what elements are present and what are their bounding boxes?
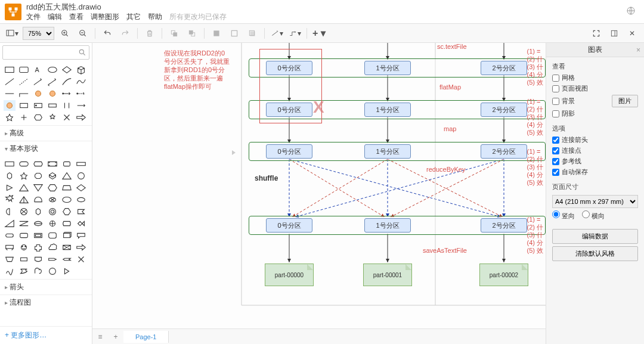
pageview-checkbox[interactable]: 页面视图 [552,84,638,93]
shape-diamond[interactable] [61,64,73,75]
to-front-button[interactable] [167,26,181,41]
bshape-26[interactable] [18,206,30,217]
shape-hex[interactable] [32,112,44,123]
bshape-21[interactable] [32,194,44,205]
bshape-10[interactable] [47,171,58,181]
connect-arrows-checkbox[interactable]: 连接箭头 [552,135,638,144]
add-page-button[interactable]: + [108,333,123,341]
connection-button[interactable]: ▾ [270,26,284,41]
view-mode-button[interactable]: ▾ [5,26,19,41]
menu-help[interactable]: 帮助 [148,12,162,21]
bshape-53[interactable] [61,254,73,265]
bshape-22[interactable] [47,194,58,205]
output-file[interactable]: part-00001 [363,264,412,286]
shape-elbow[interactable] [18,88,30,99]
clear-style-button[interactable]: 清除默认风格 [552,246,638,261]
shape-arrow2[interactable] [47,76,58,87]
partition[interactable]: 1号分区 [364,61,411,75]
bshape-52[interactable] [47,254,58,265]
bshape-19[interactable] [4,194,16,205]
bshape-58[interactable] [47,266,58,277]
image-button[interactable]: 图片 [612,95,638,107]
connect-points-checkbox[interactable]: 连接点 [552,146,638,155]
shape-hline[interactable] [4,88,16,99]
partition[interactable]: 1号分区 [364,144,411,159]
bshape-4[interactable] [47,159,58,169]
bshape-41[interactable] [61,230,73,241]
bshape-12[interactable] [75,171,87,181]
fill-color-button[interactable] [209,26,224,41]
bshape-8[interactable] [18,171,30,181]
menu-extras[interactable]: 其它 [126,12,141,21]
to-back-button[interactable] [185,26,199,41]
autosave-checkbox[interactable]: 自动保存 [552,168,638,176]
shadow-checkbox[interactable]: 阴影 [552,109,638,118]
bshape-47[interactable] [61,242,73,253]
sidebar-section-flowchart[interactable]: 流程图 [0,295,92,310]
bshape-33[interactable] [32,218,44,229]
undo-button[interactable] [100,26,114,41]
globe-icon[interactable] [626,6,636,17]
partition[interactable]: 0号分区 [266,218,312,233]
shape-bracket2[interactable] [75,100,87,111]
shape-rect3[interactable] [47,100,58,111]
shape-search-input[interactable] [2,45,89,60]
shape-line[interactable] [4,76,16,87]
shape-plus[interactable] [18,112,30,123]
bshape-18[interactable] [75,182,87,193]
file-title[interactable]: rdd的五大属性.drawio [26,2,626,12]
bshape-27[interactable] [32,206,44,217]
bshape-11[interactable] [61,171,73,181]
waypoint-button[interactable]: ▾ [287,26,302,41]
bshape-3[interactable] [32,159,44,169]
bshape-45[interactable] [32,242,44,253]
canvas[interactable]: 假设现在我RDD2的0号分区丢失了，我就重新拿到RDD1的0号分区，然后重新来一… [92,43,546,344]
bshape-2[interactable] [18,159,30,169]
bshape-40[interactable] [47,230,58,241]
background-checkbox[interactable]: 背景 [552,97,575,106]
shape-bracket[interactable] [61,100,73,111]
partition[interactable]: 1号分区 [364,103,411,117]
panel-close-icon[interactable]: × [636,46,640,54]
bshape-56[interactable] [18,266,30,277]
shape-card2[interactable] [32,100,44,111]
shape-dotarrow2[interactable] [75,88,87,99]
shape-gear1[interactable] [32,88,44,99]
bshape-36[interactable] [75,218,87,229]
more-shapes-button[interactable]: + 更多图形… [0,326,92,344]
guides-checkbox[interactable]: 参考线 [552,157,638,166]
bshape-17[interactable] [61,182,73,193]
zoom-select[interactable]: 75% [23,27,54,40]
shadow-button[interactable] [245,26,259,41]
shape-cube[interactable] [75,64,87,75]
partition[interactable]: 2号分区 [481,61,527,75]
shape-arrow-r[interactable] [75,112,87,123]
shape-card[interactable] [18,100,30,111]
shape-dotarrow[interactable] [61,88,73,99]
bshape-14[interactable] [18,182,30,193]
bshape-49[interactable] [4,254,16,265]
bshape-13[interactable] [4,182,16,193]
partition[interactable]: 1号分区 [364,218,411,233]
bshape-15[interactable] [32,182,44,193]
bshape-34[interactable] [47,218,58,229]
bshape-55[interactable] [4,266,16,277]
shape-rect[interactable] [4,64,16,75]
bshape-54[interactable] [75,254,87,265]
partition[interactable]: 2号分区 [481,103,527,117]
partition[interactable]: 2号分区 [481,144,527,159]
bshape-16[interactable] [47,182,58,193]
bshape-29[interactable] [61,206,73,217]
shape-text[interactable]: A [32,64,44,75]
bshape-38[interactable] [18,230,30,241]
sidebar-section-arrows[interactable]: 箭头 [0,279,92,295]
fullscreen-button[interactable] [589,26,603,41]
shape-x[interactable] [61,112,73,123]
shape-gear3[interactable] [4,100,16,111]
edit-data-button[interactable]: 编辑数据 [552,229,638,244]
bshape-1[interactable] [4,159,16,169]
bshape-46[interactable] [47,242,58,253]
bshape-24[interactable] [75,194,87,205]
partition[interactable]: 0号分区 [266,144,312,159]
bshape-25[interactable] [4,206,16,217]
